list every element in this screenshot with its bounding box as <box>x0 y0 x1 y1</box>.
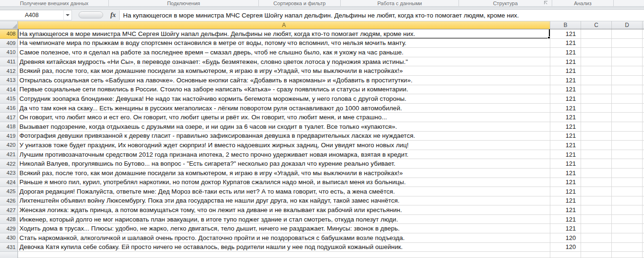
insert-function-button[interactable]: fx <box>107 9 119 21</box>
dialog-launcher-icon[interactable] <box>544 1 547 4</box>
column-header-d[interactable]: D <box>612 21 643 29</box>
cell-c[interactable] <box>581 39 612 48</box>
cell-a[interactable]: Женская логика: ждать принца, а потом во… <box>18 205 550 215</box>
cell-c[interactable] <box>581 85 612 95</box>
row-header[interactable]: 425 <box>0 187 18 196</box>
row-header[interactable]: 416 <box>0 104 18 113</box>
cell-c[interactable] <box>581 48 612 57</box>
cell-c[interactable] <box>581 215 612 224</box>
column-header-b[interactable]: B <box>550 21 581 29</box>
cell-a[interactable]: Раньше я много пил, курил, употреблял на… <box>18 178 550 187</box>
cell-b[interactable]: 121 <box>550 48 581 57</box>
cell-c[interactable] <box>581 187 612 196</box>
cell-c[interactable] <box>581 122 612 132</box>
cell-c[interactable] <box>581 76 612 85</box>
cell-b[interactable]: 121 <box>550 150 581 160</box>
cell-b[interactable]: 121 <box>550 205 581 215</box>
cell-b[interactable]: 121 <box>550 141 581 150</box>
cell-d[interactable] <box>612 224 643 233</box>
cell-a[interactable]: Всякий раз, после того, как мои домашние… <box>18 66 550 76</box>
cell-a[interactable]: Он говорит, что любит мясо и ест его. Он… <box>18 113 550 122</box>
cell-b[interactable]: 121 <box>550 187 581 196</box>
cell-d[interactable] <box>612 233 643 243</box>
name-box[interactable]: A408 <box>0 10 72 20</box>
cell-d[interactable] <box>612 196 643 206</box>
cell-d[interactable] <box>612 29 643 39</box>
cell-c[interactable] <box>581 66 612 76</box>
cell-d[interactable] <box>612 132 643 141</box>
cell-c[interactable] <box>581 113 612 122</box>
select-all-corner[interactable] <box>0 21 18 29</box>
row-header[interactable]: 423 <box>0 169 18 178</box>
row-header[interactable]: 431 <box>0 243 18 252</box>
cell-b[interactable]: 121 <box>550 159 581 169</box>
row-header[interactable]: 418 <box>0 122 18 132</box>
cell-a[interactable]: Дорогая редакция! Пожалуйста, ответьте м… <box>18 187 550 196</box>
row-header[interactable]: 420 <box>0 141 18 150</box>
cell-d[interactable] <box>612 76 643 85</box>
cell-a[interactable]: Сотрудник зоопарка блондинке: Девушка! Н… <box>18 94 550 104</box>
cell-b[interactable]: 121 <box>550 76 581 85</box>
cell-a[interactable]: Стать наркоманкой, алкоголичкой и шалаво… <box>18 233 550 243</box>
cell-a[interactable]: Николай Валуев, прогулявшись по Бутово..… <box>18 159 550 169</box>
cell-a[interactable] <box>18 252 550 258</box>
row-header[interactable]: 412 <box>0 66 18 76</box>
cell-b[interactable]: 121 <box>550 224 581 233</box>
cell-a[interactable]: На купающегося в море министра МЧС Серге… <box>18 29 550 39</box>
row-header[interactable]: 422 <box>0 159 18 169</box>
row-header[interactable]: 428 <box>0 215 18 224</box>
cell-d[interactable] <box>612 94 643 104</box>
row-header[interactable]: 427 <box>0 205 18 215</box>
cell-c[interactable] <box>581 252 612 258</box>
cell-b[interactable]: 120 <box>550 233 581 243</box>
cell-c[interactable] <box>581 94 612 104</box>
row-header[interactable]: 409 <box>0 39 18 48</box>
row-header[interactable]: 430 <box>0 233 18 243</box>
cell-b[interactable]: 121 <box>550 178 581 187</box>
cell-d[interactable] <box>612 159 643 169</box>
cell-a[interactable]: Инженер, который долго не мог нарисовать… <box>18 215 550 224</box>
cell-c[interactable] <box>581 141 612 150</box>
cell-a[interactable]: Девочка Катя купила себе собаку. Ей прос… <box>18 243 550 252</box>
cell-a[interactable]: Вызывает подозрение, когда отдыхаешь с д… <box>18 122 550 132</box>
row-header[interactable]: 417 <box>0 113 18 122</box>
row-header[interactable]: 426 <box>0 196 18 206</box>
cell-d[interactable] <box>612 205 643 215</box>
cell-b[interactable]: 121 <box>550 132 581 141</box>
cell-d[interactable] <box>612 39 643 48</box>
cell-c[interactable] <box>581 104 612 113</box>
cell-c[interactable] <box>581 29 612 39</box>
cell-a[interactable]: Ходить дома в трусах... Плюсы: удобно, н… <box>18 224 550 233</box>
cell-a[interactable]: Лучшим противозачаточным средством 2012 … <box>18 150 550 160</box>
cell-a[interactable]: Фотография девушки привязанной к дереву … <box>18 132 550 141</box>
cell-d[interactable] <box>612 141 643 150</box>
cell-c[interactable] <box>581 205 612 215</box>
cell-a[interactable]: У унитазов тоже будет праздник, Их новог… <box>18 141 550 150</box>
cell-c[interactable] <box>581 224 612 233</box>
row-header[interactable]: 419 <box>0 132 18 141</box>
name-box-dropdown-icon[interactable] <box>63 10 71 20</box>
cell-a[interactable]: Самое полезное, что я сделал на работе з… <box>18 48 550 57</box>
cell-a[interactable]: Всякий раз, после того, как мои домашние… <box>18 169 550 178</box>
cell-d[interactable] <box>612 150 643 160</box>
cell-a[interactable]: Лихтенштейн объявил войну Люксембургу. П… <box>18 196 550 206</box>
cell-b[interactable]: 121 <box>550 104 581 113</box>
row-header[interactable]: 408 <box>0 29 18 39</box>
cell-d[interactable] <box>612 178 643 187</box>
cell-a[interactable]: Древняя китайская мудрость «Ни Сы», в пе… <box>18 57 550 67</box>
cell-b[interactable]: 121 <box>550 66 581 76</box>
cell-d[interactable] <box>612 252 643 258</box>
row-header[interactable]: 413 <box>0 76 18 85</box>
formula-input[interactable]: На купающегося в море министра МЧС Серге… <box>120 10 644 21</box>
cell-b[interactable]: 121 <box>550 169 581 178</box>
cell-d[interactable] <box>612 215 643 224</box>
cell-b[interactable]: 121 <box>550 94 581 104</box>
row-header[interactable]: 411 <box>0 57 18 67</box>
cell-c[interactable] <box>581 57 612 67</box>
row-header[interactable] <box>0 252 18 258</box>
cell-c[interactable] <box>581 233 612 243</box>
cell-b[interactable]: 120 <box>550 243 581 252</box>
cell-a[interactable]: Первые социальные сети появились в Росси… <box>18 85 550 95</box>
row-header[interactable]: 410 <box>0 48 18 57</box>
row-header[interactable]: 429 <box>0 224 18 233</box>
